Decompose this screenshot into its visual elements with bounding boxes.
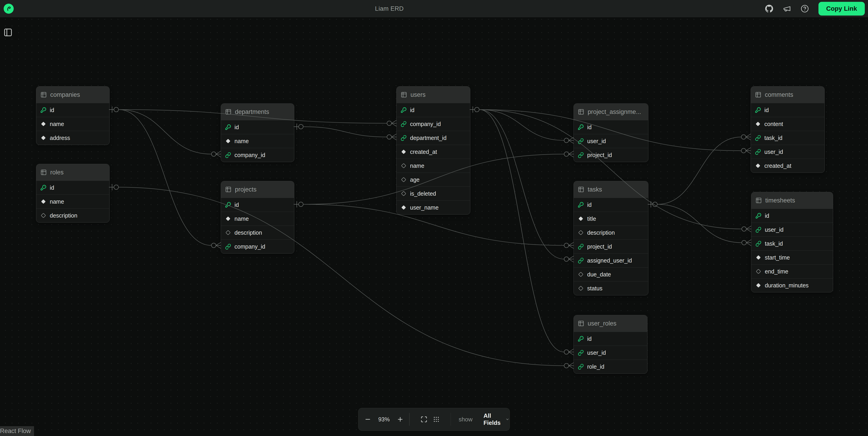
table-header: users <box>397 87 470 103</box>
column-name: id <box>235 201 239 208</box>
foreign-key-icon <box>225 152 231 158</box>
column-row-department_id: department_id <box>397 131 470 145</box>
primary-key-icon <box>755 107 761 113</box>
primary-key-icon <box>578 124 584 130</box>
column-row-is_deleted: is_deleted <box>397 187 470 200</box>
column-name: status <box>587 285 602 292</box>
table-icon <box>578 320 584 326</box>
fit-view-button[interactable] <box>421 414 427 424</box>
table-node-departments[interactable]: departmentsidnamecompany_id <box>221 103 294 162</box>
fields-filter-select[interactable]: All Fields <box>484 412 509 427</box>
copy-link-button[interactable]: Copy Link <box>818 2 865 15</box>
not-null-diamond-icon <box>401 205 407 211</box>
not-null-diamond-icon <box>401 149 407 155</box>
primary-key-icon <box>401 107 407 113</box>
show-label: show <box>459 416 473 423</box>
foreign-key-icon <box>401 135 407 141</box>
table-node-projects[interactable]: projectsidnamedescriptioncompany_id <box>221 181 294 254</box>
column-row-company_id: company_id <box>221 148 294 162</box>
column-name: user_name <box>410 204 439 211</box>
table-icon <box>578 108 584 115</box>
table-node-users[interactable]: usersidcompany_iddepartment_idcreated_at… <box>396 86 470 215</box>
column-name: id <box>764 107 769 114</box>
primary-key-icon <box>225 124 231 130</box>
table-node-tasks[interactable]: tasksidtitledescriptionproject_idassigne… <box>574 181 648 295</box>
github-icon[interactable] <box>765 5 773 13</box>
table-title: tasks <box>588 186 602 193</box>
nullable-diamond-icon <box>578 272 584 277</box>
foreign-key-icon <box>578 257 584 263</box>
column-row-company_id: company_id <box>397 117 470 131</box>
zoom-out-button[interactable] <box>364 414 371 424</box>
foreign-key-icon <box>401 121 407 127</box>
not-null-diamond-icon <box>755 121 761 127</box>
column-name: assigned_user_id <box>587 257 632 264</box>
column-row-user_id: user_id <box>751 145 825 159</box>
table-header: project_assignme... <box>574 104 648 120</box>
relationship-edge-companies.id-departments.company_id <box>119 110 211 154</box>
table-title: timesheets <box>765 197 795 204</box>
foreign-key-icon <box>578 152 584 158</box>
megaphone-icon[interactable] <box>783 5 791 13</box>
liam-erd-app: companiesidnameaddressrolesidnamedescrip… <box>0 0 868 436</box>
column-row-description: description <box>574 225 648 240</box>
column-row-id: id <box>221 198 294 212</box>
column-name: duration_minutes <box>765 282 809 289</box>
page-title: Liam ERD <box>14 5 765 12</box>
primary-key-icon <box>40 185 46 191</box>
fitview-icon <box>421 416 427 423</box>
tidy-up-button[interactable] <box>433 414 440 424</box>
column-name: user_id <box>587 138 606 145</box>
column-row-address: address <box>36 131 110 145</box>
primary-key-icon <box>40 107 46 113</box>
column-row-content: content <box>751 117 825 131</box>
column-row-assigned_user_id: assigned_user_id <box>574 253 648 267</box>
column-row-start_time: start_time <box>751 250 833 264</box>
column-name: role_id <box>587 364 604 370</box>
table-node-user_roles[interactable]: user_rolesiduser_idrole_id <box>574 315 647 374</box>
table-header: roles <box>36 164 110 181</box>
column-name: user_id <box>764 149 783 155</box>
table-icon <box>755 197 762 204</box>
column-row-id: id <box>36 103 110 117</box>
column-row-id: id <box>574 120 648 134</box>
erd-canvas[interactable]: companiesidnameaddressrolesidnamedescrip… <box>0 0 868 436</box>
table-node-companies[interactable]: companiesidnameaddress <box>36 86 110 145</box>
help-icon[interactable] <box>801 5 809 13</box>
column-row-description: description <box>221 225 294 240</box>
react-flow-attribution[interactable]: React Flow <box>0 426 34 436</box>
table-header: projects <box>221 181 294 198</box>
column-row-user_id: user_id <box>574 346 647 360</box>
panel-left-toggle-icon[interactable] <box>3 28 12 37</box>
column-row-user_id: user_id <box>751 223 833 237</box>
column-row-name: name <box>397 159 470 173</box>
column-row-project_id: project_id <box>574 148 648 162</box>
relationship-edge-users.id-user_roles.user_id <box>479 110 564 352</box>
column-name: user_id <box>765 226 783 233</box>
not-null-diamond-icon <box>225 138 231 144</box>
column-name: name <box>410 162 425 169</box>
column-row-end_time: end_time <box>751 264 833 278</box>
column-name: company_id <box>235 152 265 158</box>
column-row-id: id <box>574 198 648 212</box>
column-name: id <box>50 184 54 191</box>
column-row-created_at: created_at <box>397 145 470 159</box>
column-row-name: name <box>221 134 294 148</box>
liam-logo[interactable] <box>4 4 14 14</box>
table-node-timesheets[interactable]: timesheetsiduser_idtask_idstart_timeend_… <box>751 192 833 292</box>
zoom-in-button[interactable] <box>397 414 404 424</box>
table-icon <box>401 92 407 98</box>
table-node-roles[interactable]: rolesidnamedescription <box>36 164 110 223</box>
foreign-key-icon <box>225 244 231 249</box>
table-title: users <box>410 91 426 98</box>
not-null-diamond-icon <box>40 135 46 141</box>
primary-key-icon <box>225 202 231 208</box>
table-node-comments[interactable]: commentsidcontenttask_iduser_idcreated_a… <box>751 86 825 173</box>
column-row-company_id: company_id <box>221 240 294 253</box>
column-row-name: name <box>36 117 110 131</box>
table-header: comments <box>751 87 825 103</box>
foreign-key-icon <box>578 350 584 356</box>
relationship-edge-roles.id-user_roles.role_id <box>119 187 564 366</box>
table-node-project_assignments[interactable]: project_assignme...iduser_idproject_id <box>574 103 648 162</box>
header-actions: Copy Link <box>765 2 865 15</box>
